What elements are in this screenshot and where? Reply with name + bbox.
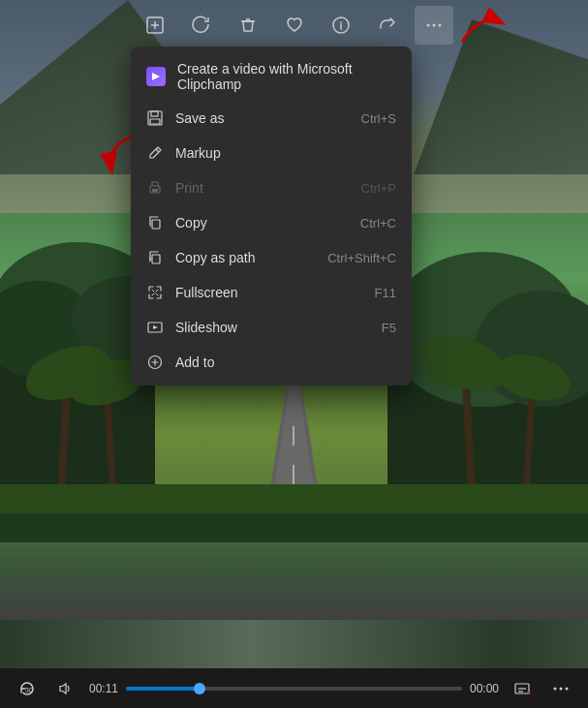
progress-thumb	[194, 683, 205, 694]
more-dots-icon	[552, 680, 570, 697]
save-icon	[146, 109, 164, 127]
menu-item-fullscreen-shortcut: F11	[375, 286, 396, 300]
bottom-controls: 30 00:11 00:00	[0, 620, 588, 708]
delete-icon	[238, 15, 258, 35]
svg-point-47	[566, 687, 569, 690]
svg-point-28	[438, 24, 441, 27]
svg-point-35	[158, 187, 160, 189]
share-button[interactable]	[368, 6, 407, 45]
info-icon	[331, 15, 351, 35]
controls-more-button[interactable]	[545, 673, 576, 704]
volume-icon	[57, 680, 75, 697]
menu-item-copy-path-label: Copy as path	[175, 250, 256, 265]
copy-icon	[146, 214, 164, 231]
svg-point-46	[560, 687, 563, 690]
menu-item-clipchamp[interactable]: Create a video with Microsoft Clipchamp	[131, 52, 412, 101]
svg-point-45	[554, 687, 557, 690]
playback-rotate-button[interactable]: 30	[12, 673, 43, 704]
menu-item-fullscreen-label: Fullscreen	[175, 285, 238, 300]
svg-rect-36	[152, 220, 160, 229]
menu-item-copy-as-path[interactable]: Copy as path Ctrl+Shift+C	[131, 240, 412, 275]
svg-marker-39	[153, 325, 158, 329]
info-button[interactable]	[322, 6, 360, 45]
svg-point-26	[426, 24, 429, 27]
svg-text:30: 30	[25, 687, 33, 693]
share-icon	[378, 15, 397, 35]
menu-item-add-to-label: Add to	[175, 354, 214, 370]
favorite-button[interactable]	[275, 6, 314, 45]
fullscreen-icon	[146, 284, 164, 301]
subtitle-button[interactable]	[507, 673, 538, 704]
svg-point-27	[432, 24, 435, 27]
menu-item-print-shortcut: Ctrl+P	[361, 181, 396, 196]
svg-rect-32	[150, 119, 160, 124]
clipchamp-icon	[146, 67, 166, 86]
menu-item-print-label: Print	[175, 180, 203, 196]
menu-item-copy[interactable]: Copy Ctrl+C	[131, 205, 412, 240]
menu-item-save-as[interactable]: Save as Ctrl+S	[131, 101, 412, 136]
more-icon	[424, 15, 444, 35]
svg-rect-23	[0, 513, 588, 542]
svg-marker-29	[152, 73, 160, 80]
menu-item-copy-shortcut: Ctrl+C	[360, 216, 396, 231]
add-icon	[146, 354, 164, 371]
svg-rect-31	[151, 111, 158, 116]
menu-item-copy-label: Copy	[175, 215, 207, 231]
menu-item-clipchamp-label: Create a video with Microsoft Clipchamp	[177, 61, 396, 92]
volume-button[interactable]	[50, 673, 81, 704]
context-menu: Create a video with Microsoft Clipchamp …	[131, 46, 412, 385]
rotate-button[interactable]	[182, 6, 221, 45]
progress-fill	[126, 687, 200, 691]
markup-icon	[146, 144, 164, 162]
svg-rect-34	[152, 189, 158, 192]
video-strip	[0, 620, 588, 668]
strip-thumbnail	[0, 620, 588, 668]
controls-bar: 30 00:11 00:00	[0, 668, 588, 708]
delete-button[interactable]	[229, 6, 267, 45]
progress-bar[interactable]	[126, 687, 462, 691]
menu-item-markup[interactable]: Markup	[131, 136, 412, 170]
menu-item-markup-label: Markup	[175, 145, 221, 161]
more-options-button[interactable]	[415, 6, 453, 45]
current-time: 00:11	[89, 682, 118, 695]
menu-item-fullscreen[interactable]: Fullscreen F11	[131, 275, 412, 310]
menu-item-slideshow-shortcut: F5	[382, 321, 396, 335]
enhance-icon	[145, 15, 165, 35]
menu-item-print[interactable]: Print Ctrl+P	[131, 170, 412, 205]
rotate-left-icon: 30	[18, 680, 36, 697]
slideshow-icon	[146, 319, 164, 336]
menu-item-save-as-shortcut: Ctrl+S	[361, 111, 396, 126]
total-time: 00:00	[470, 682, 499, 695]
enhance-button[interactable]	[136, 6, 174, 45]
menu-item-slideshow[interactable]: Slideshow F5	[131, 310, 412, 345]
subtitle-icon	[513, 680, 531, 697]
heart-icon	[285, 15, 304, 35]
menu-item-add-to[interactable]: Add to	[131, 345, 412, 380]
print-icon	[146, 179, 164, 197]
menu-item-save-as-label: Save as	[175, 110, 225, 126]
copy-path-icon	[146, 249, 164, 266]
arrow-top-indicator	[452, 8, 511, 46]
rotate-icon	[192, 15, 211, 35]
menu-item-slideshow-label: Slideshow	[175, 320, 237, 335]
svg-rect-37	[152, 255, 160, 263]
menu-item-copy-path-shortcut: Ctrl+Shift+C	[327, 251, 396, 265]
